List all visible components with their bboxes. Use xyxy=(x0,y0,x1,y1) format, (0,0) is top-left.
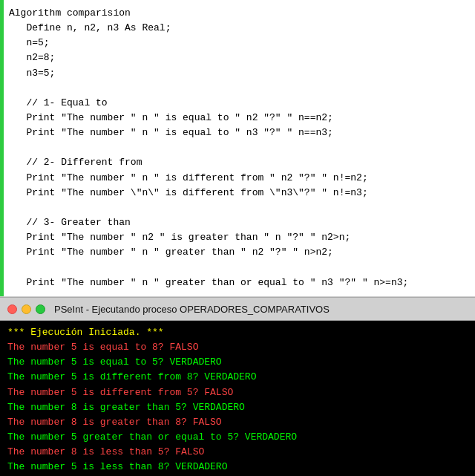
console-line: The number 8 is less than 5? FALSO xyxy=(7,445,468,460)
console-output: *** Ejecución Iniciada. ***The number 5 … xyxy=(0,321,475,476)
titlebar: PSeInt - Ejecutando proceso OPERADORES_C… xyxy=(0,297,475,321)
console-line: The number 5 is different from 5? FALSO xyxy=(7,385,468,400)
close-button[interactable] xyxy=(7,304,17,314)
console-line: *** Ejecución Iniciada. *** xyxy=(7,325,468,340)
green-accent-bar xyxy=(0,0,4,296)
titlebar-label: PSeInt - Ejecutando proceso OPERADORES_C… xyxy=(54,304,330,315)
console-line: The number 5 is equal to 8? FALSO xyxy=(7,340,468,355)
console-line: The number 5 greater than or equal to 5?… xyxy=(7,430,468,445)
console-line: The number 8 is greater than 5? VERDADER… xyxy=(7,400,468,415)
minimize-button[interactable] xyxy=(22,304,31,314)
editor-content: Algorithm comparision Define n, n2, n3 A… xyxy=(9,6,466,297)
console-line: The number 5 is less than 8? VERDADERO xyxy=(7,460,468,475)
console-lines: *** Ejecución Iniciada. ***The number 5 … xyxy=(7,325,468,476)
maximize-button[interactable] xyxy=(36,304,45,314)
console-line: The number 5 is equal to 5? VERDADERO xyxy=(7,355,468,370)
console-line: The number 5 is different from 8? VERDAD… xyxy=(7,370,468,385)
code-editor: Algorithm comparision Define n, n2, n3 A… xyxy=(0,0,475,297)
console-line: The number 8 is greater than 8? FALSO xyxy=(7,415,468,430)
traffic-lights xyxy=(7,304,45,314)
